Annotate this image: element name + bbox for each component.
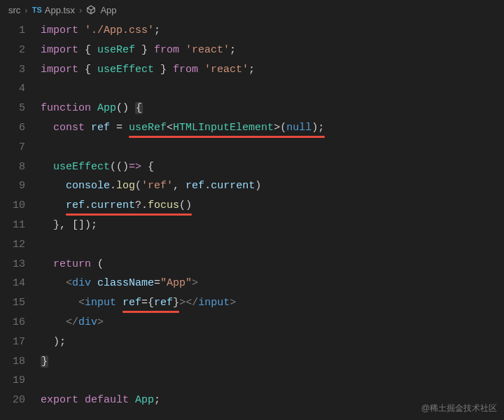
code-content[interactable]: import { useRef } from 'react'; — [41, 41, 504, 60]
code-content[interactable]: ref.current?.focus() — [41, 196, 504, 216]
code-line[interactable]: 16 </div> — [0, 313, 504, 332]
underline-annotation — [66, 214, 192, 216]
line-number: 1 — [0, 21, 41, 41]
line-number: 4 — [0, 79, 41, 99]
underline-annotation — [129, 136, 325, 138]
line-number: 16 — [0, 313, 41, 332]
line-number: 3 — [0, 60, 41, 80]
code-line[interactable]: 4 — [0, 79, 504, 99]
code-area[interactable]: 1import './App.css';2import { useRef } f… — [0, 20, 504, 410]
breadcrumb[interactable]: src › TS App.tsx › App — [0, 0, 504, 20]
code-line[interactable]: 7 — [0, 138, 504, 158]
code-content[interactable]: import './App.css'; — [41, 21, 504, 41]
breadcrumb-item[interactable]: src — [8, 5, 20, 15]
code-line[interactable]: 18} — [0, 352, 504, 372]
line-number: 12 — [0, 235, 41, 255]
code-content[interactable]: console.log('ref', ref.current) — [41, 176, 504, 196]
line-number: 5 — [0, 99, 41, 118]
code-content[interactable]: </div> — [41, 313, 504, 332]
underline-annotation — [122, 311, 179, 313]
symbol-icon — [86, 5, 96, 15]
code-line[interactable]: 2import { useRef } from 'react'; — [0, 41, 504, 60]
code-content[interactable]: <input ref={ref}></input> — [41, 293, 504, 313]
code-line[interactable]: 6 const ref = useRef<HTMLInputElement>(n… — [0, 118, 504, 138]
line-number: 14 — [0, 274, 41, 293]
line-number: 6 — [0, 118, 41, 138]
code-content[interactable]: }, []); — [41, 216, 504, 235]
line-number: 19 — [0, 371, 41, 391]
watermark: @稀土掘金技术社区 — [421, 402, 497, 414]
code-content[interactable]: const ref = useRef<HTMLInputElement>(nul… — [41, 118, 504, 138]
line-number: 13 — [0, 255, 41, 274]
line-number: 9 — [0, 176, 41, 196]
line-number: 11 — [0, 216, 41, 235]
code-line[interactable]: 19 — [0, 371, 504, 391]
code-line[interactable]: 15 <input ref={ref}></input> — [0, 293, 504, 313]
line-number: 2 — [0, 41, 41, 60]
code-line[interactable]: 13 return ( — [0, 255, 504, 274]
line-number: 10 — [0, 196, 41, 216]
code-content[interactable]: return ( — [41, 255, 504, 274]
code-line[interactable]: 12 — [0, 235, 504, 255]
code-editor: src › TS App.tsx › App 1import './App.cs… — [0, 0, 504, 420]
code-content[interactable]: import { useEffect } from 'react'; — [41, 60, 504, 80]
code-line[interactable]: 1import './App.css'; — [0, 21, 504, 41]
code-content[interactable]: ); — [41, 332, 504, 352]
code-line[interactable]: 10 ref.current?.focus() — [0, 196, 504, 216]
line-number: 17 — [0, 332, 41, 352]
breadcrumb-item[interactable]: App — [100, 5, 116, 15]
code-content[interactable]: function App() { — [41, 99, 504, 118]
line-number: 20 — [0, 391, 41, 410]
code-content[interactable]: } — [41, 352, 504, 372]
code-line[interactable]: 17 ); — [0, 332, 504, 352]
code-line[interactable]: 5function App() { — [0, 99, 504, 118]
line-number: 7 — [0, 138, 41, 158]
chevron-right-icon: › — [24, 5, 27, 15]
line-number: 15 — [0, 293, 41, 313]
typescript-badge-icon: TS — [32, 6, 42, 14]
code-line[interactable]: 3import { useEffect } from 'react'; — [0, 60, 504, 80]
chevron-right-icon: › — [79, 5, 82, 15]
code-content[interactable]: useEffect(()=> { — [41, 158, 504, 177]
code-line[interactable]: 9 console.log('ref', ref.current) — [0, 176, 504, 196]
code-line[interactable]: 8 useEffect(()=> { — [0, 158, 504, 177]
code-line[interactable]: 11 }, []); — [0, 216, 504, 235]
breadcrumb-item[interactable]: App.tsx — [45, 5, 75, 15]
code-content[interactable]: <div className="App"> — [41, 274, 504, 293]
line-number: 8 — [0, 158, 41, 177]
line-number: 18 — [0, 352, 41, 372]
code-line[interactable]: 14 <div className="App"> — [0, 274, 504, 293]
